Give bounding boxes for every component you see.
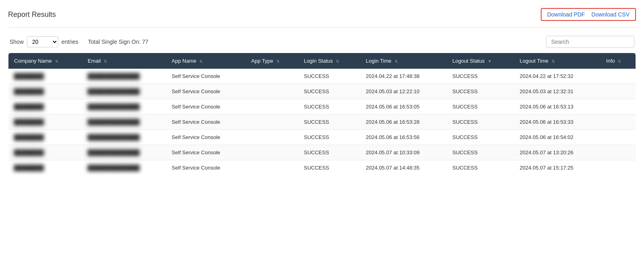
sort-icon-company: ⇅: [55, 59, 58, 63]
cell-email: ██████████████: [82, 145, 166, 160]
col-company-name[interactable]: Company Name ⇅: [8, 53, 82, 69]
entries-label: entries: [61, 39, 78, 45]
cell-info: [601, 84, 636, 99]
col-logout-status[interactable]: Logout Status ▼: [447, 53, 514, 69]
col-logout-time[interactable]: Logout Time ⇅: [514, 53, 600, 69]
table-controls: Show 10 20 50 100 entries Total Single S…: [8, 36, 636, 48]
cell-info: [601, 115, 636, 130]
cell-logout_time: 2024.04.22 at 17:52:32: [514, 69, 600, 84]
col-app-type[interactable]: App Type ⇅: [245, 53, 298, 69]
cell-login_time: 2024.04.22 at 17:48:38: [360, 69, 447, 84]
cell-app_name: Self Service Console: [166, 145, 245, 160]
table-row: ██████████████████████Self Service Conso…: [8, 115, 636, 130]
col-login-time[interactable]: Login Time ⇅: [360, 53, 447, 69]
report-title: Report Results: [8, 10, 56, 19]
cell-login_time: 2024.05.06 at 16:53:05: [360, 99, 447, 115]
download-pdf-button[interactable]: Download PDF: [547, 11, 585, 18]
cell-login_status: SUCCESS: [298, 130, 360, 145]
cell-info: [601, 69, 636, 84]
cell-app_type: [245, 130, 298, 145]
cell-logout_status: SUCCESS: [447, 69, 514, 84]
cell-app_type: [245, 160, 298, 176]
cell-app_name: Self Service Console: [166, 99, 245, 115]
cell-company_name: ████████: [8, 130, 82, 145]
cell-logout_status: SUCCESS: [447, 160, 514, 176]
total-info: Total Single Sign On: 77: [88, 39, 148, 45]
cell-login_status: SUCCESS: [298, 145, 360, 160]
show-label: Show: [10, 39, 24, 45]
cell-logout_time: 2024.05.07 at 13:20:26: [514, 145, 600, 160]
cell-info: [601, 145, 636, 160]
sort-icon-info: ⇅: [618, 59, 621, 63]
controls-left: Show 10 20 50 100 entries Total Single S…: [10, 36, 148, 47]
col-login-status[interactable]: Login Status ⇅: [298, 53, 360, 69]
cell-info: [601, 99, 636, 115]
cell-app_type: [245, 115, 298, 130]
cell-logout_time: 2024.05.03 at 12:32:31: [514, 84, 600, 99]
table-row: ██████████████████████Self Service Conso…: [8, 84, 636, 99]
cell-app_name: Self Service Console: [166, 160, 245, 176]
cell-logout_time: 2024.05.06 at 16:53:13: [514, 99, 600, 115]
table-header: Company Name ⇅ Email ⇅ App Name ⇅ App Ty…: [8, 53, 636, 69]
cell-logout_status: SUCCESS: [447, 84, 514, 99]
cell-login_status: SUCCESS: [298, 115, 360, 130]
col-app-name[interactable]: App Name ⇅: [166, 53, 245, 69]
sort-icon-app-type: ⇅: [276, 59, 280, 63]
cell-email: ██████████████: [82, 84, 166, 99]
table-body: ██████████████████████Self Service Conso…: [8, 69, 636, 176]
cell-logout_status: SUCCESS: [447, 115, 514, 130]
table-row: ██████████████████████Self Service Conso…: [8, 69, 636, 84]
cell-company_name: ████████: [8, 99, 82, 115]
cell-info: [601, 160, 636, 176]
data-table: Company Name ⇅ Email ⇅ App Name ⇅ App Ty…: [8, 53, 636, 176]
cell-company_name: ████████: [8, 160, 82, 176]
cell-login_time: 2024.05.07 at 10:33:09: [360, 145, 447, 160]
header-actions: Download PDF Download CSV: [541, 8, 636, 21]
sort-icon-logout-time: ⇅: [552, 59, 555, 63]
table-row: ██████████████████████Self Service Conso…: [8, 145, 636, 160]
cell-company_name: ████████: [8, 145, 82, 160]
cell-login_time: 2024.05.06 at 16:53:56: [360, 130, 447, 145]
cell-app_type: [245, 145, 298, 160]
sort-icon-login-time: ⇅: [395, 59, 398, 63]
cell-email: ██████████████: [82, 115, 166, 130]
cell-email: ██████████████: [82, 130, 166, 145]
cell-login_status: SUCCESS: [298, 160, 360, 176]
cell-logout_status: SUCCESS: [447, 99, 514, 115]
sort-icon-logout-status: ▼: [488, 59, 492, 63]
cell-app_name: Self Service Console: [166, 130, 245, 145]
cell-app_type: [245, 99, 298, 115]
download-csv-button[interactable]: Download CSV: [591, 11, 630, 18]
search-input[interactable]: [546, 36, 634, 48]
table-row: ██████████████████████Self Service Conso…: [8, 160, 636, 176]
show-entries: Show 10 20 50 100 entries: [10, 36, 78, 47]
table-row: ██████████████████████Self Service Conso…: [8, 99, 636, 115]
cell-login_time: 2024.05.03 at 12:22:10: [360, 84, 447, 99]
cell-app_name: Self Service Console: [166, 115, 245, 130]
page-wrapper: Report Results Download PDF Download CSV…: [0, 0, 644, 270]
cell-app_type: [245, 69, 298, 84]
cell-company_name: ████████: [8, 69, 82, 84]
table-row: ██████████████████████Self Service Conso…: [8, 130, 636, 145]
entries-select[interactable]: 10 20 50 100: [27, 36, 58, 47]
col-email[interactable]: Email ⇅: [82, 53, 166, 69]
cell-login_status: SUCCESS: [298, 99, 360, 115]
sort-icon-email: ⇅: [104, 59, 107, 63]
cell-login_status: SUCCESS: [298, 69, 360, 84]
cell-app_name: Self Service Console: [166, 69, 245, 84]
cell-login_status: SUCCESS: [298, 84, 360, 99]
sort-icon-login-status: ⇅: [336, 59, 339, 63]
header-bar: Report Results Download PDF Download CSV: [8, 8, 636, 28]
cell-email: ██████████████: [82, 160, 166, 176]
cell-logout_time: 2024.05.06 at 16:53:33: [514, 115, 600, 130]
sort-icon-app-name: ⇅: [199, 59, 202, 63]
cell-logout_time: 2024.05.07 at 15:17:25: [514, 160, 600, 176]
cell-login_time: 2024.05.06 at 16:53:28: [360, 115, 447, 130]
cell-company_name: ████████: [8, 84, 82, 99]
cell-logout_time: 2024.05.06 at 16:54:02: [514, 130, 600, 145]
col-info[interactable]: Info ⇅: [601, 53, 636, 69]
cell-company_name: ████████: [8, 115, 82, 130]
cell-logout_status: SUCCESS: [447, 145, 514, 160]
cell-info: [601, 130, 636, 145]
cell-logout_status: SUCCESS: [447, 130, 514, 145]
